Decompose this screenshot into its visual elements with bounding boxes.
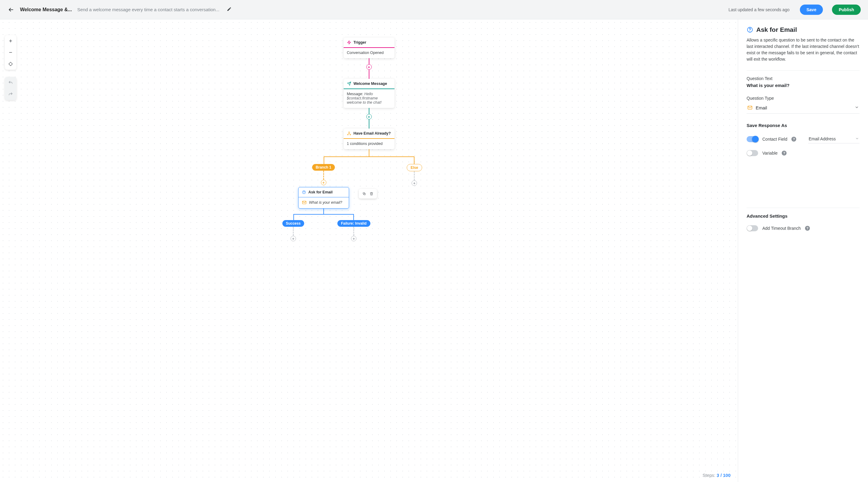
steps-total: / 100 xyxy=(720,473,731,478)
question-type-select[interactable]: Email xyxy=(747,103,860,114)
outcome-pill-failure[interactable]: Failure: Invalid xyxy=(337,220,370,227)
node-branch-title: Have Email Already? xyxy=(353,131,391,136)
minus-icon xyxy=(8,50,13,55)
node-branch[interactable]: Have Email Already? 1 conditions provide… xyxy=(344,129,395,149)
delete-node-button[interactable] xyxy=(368,190,375,197)
svg-point-4 xyxy=(9,62,12,65)
connector xyxy=(293,227,293,236)
node-ask-question: What is your email? xyxy=(309,200,342,205)
steps-prefix: Steps: xyxy=(703,473,715,478)
node-branch-body: 1 conditions provided xyxy=(344,139,395,149)
redo-icon xyxy=(8,92,13,97)
help-icon[interactable]: ? xyxy=(792,137,796,142)
undo-button[interactable] xyxy=(5,77,17,88)
question-text-value[interactable]: What is your email? xyxy=(747,83,860,88)
node-ask-title: Ask for Email xyxy=(309,190,333,194)
panel-description: Allows a specific question to be sent to… xyxy=(747,37,860,62)
connector xyxy=(369,70,369,79)
node-toolbar xyxy=(359,189,377,199)
zoom-controls xyxy=(5,35,17,70)
contact-field-value: Email Address xyxy=(809,136,836,141)
panel-title: Ask for Email xyxy=(756,26,797,33)
steps-count: 3 xyxy=(717,473,719,478)
contact-field-label: Contact Field xyxy=(762,137,787,142)
connector xyxy=(369,119,369,129)
branch-fork xyxy=(323,149,414,164)
history-controls xyxy=(5,77,17,100)
copy-node-button[interactable] xyxy=(361,190,368,197)
chevron-down-icon xyxy=(855,136,859,141)
workflow-canvas[interactable]: Trigger Conversation Opened + Welcome Me… xyxy=(0,20,738,482)
recenter-button[interactable] xyxy=(5,58,17,70)
steps-counter: Steps: 3 / 100 xyxy=(703,473,731,478)
save-button[interactable]: Save xyxy=(800,4,823,15)
node-welcome-body-prefix: Message: xyxy=(347,92,365,96)
question-type-label: Question Type xyxy=(747,96,860,101)
svg-marker-9 xyxy=(347,40,350,44)
plus-icon xyxy=(8,39,13,43)
outcome-fork xyxy=(293,208,354,220)
mail-icon xyxy=(302,200,307,205)
back-button[interactable] xyxy=(7,6,14,13)
question-text-label: Question Text xyxy=(747,76,860,81)
arrow-left-icon xyxy=(8,7,14,13)
variable-label: Variable xyxy=(762,151,777,155)
node-trigger-body: Conversation Opened xyxy=(344,48,395,58)
side-panel: Ask for Email Allows a specific question… xyxy=(738,20,868,482)
contact-field-select[interactable]: Email Address xyxy=(808,135,860,143)
lightning-icon xyxy=(347,40,351,45)
zoom-in-button[interactable] xyxy=(5,35,17,47)
workflow-description: Send a welcome message every time a cont… xyxy=(77,7,219,12)
node-trigger[interactable]: Trigger Conversation Opened xyxy=(344,37,395,58)
question-circle-icon xyxy=(747,26,753,33)
header: Welcome Message &... Send a welcome mess… xyxy=(0,0,868,20)
add-step-button[interactable]: + xyxy=(321,180,327,185)
add-step-button[interactable]: + xyxy=(366,114,372,119)
node-trigger-title: Trigger xyxy=(353,40,366,45)
last-updated-text: Last updated a few seconds ago xyxy=(728,7,789,12)
divider xyxy=(747,208,860,208)
node-welcome-body: Message: Hello $contact.firstname welcom… xyxy=(344,89,395,108)
workflow-flow: Trigger Conversation Opened + Welcome Me… xyxy=(323,37,414,241)
help-icon[interactable]: ? xyxy=(782,151,786,155)
publish-button[interactable]: Publish xyxy=(832,4,861,15)
copy-icon xyxy=(363,192,366,196)
add-step-button[interactable]: + xyxy=(412,180,417,186)
pencil-icon xyxy=(227,7,231,11)
workflow-title: Welcome Message &... xyxy=(20,7,72,12)
zoom-out-button[interactable] xyxy=(5,47,17,58)
node-ask-body: What is your email? xyxy=(299,197,349,208)
add-step-button[interactable]: + xyxy=(366,64,372,70)
node-welcome-title: Welcome Message xyxy=(353,82,387,86)
branch-pill-branch1[interactable]: Branch 1 xyxy=(312,164,335,171)
question-type-value: Email xyxy=(756,105,767,110)
branch-icon xyxy=(347,131,351,136)
send-icon xyxy=(347,82,351,86)
undo-icon xyxy=(8,80,13,85)
add-step-button[interactable]: + xyxy=(351,236,356,241)
redo-button[interactable] xyxy=(5,88,17,100)
timeout-toggle[interactable] xyxy=(747,225,758,231)
add-step-button[interactable]: + xyxy=(290,236,296,241)
chevron-down-icon xyxy=(855,105,859,110)
trash-icon xyxy=(370,192,373,196)
variable-toggle[interactable] xyxy=(747,150,758,156)
node-ask-for-email[interactable]: Ask for Email What is your email? xyxy=(298,187,349,208)
crosshair-icon xyxy=(8,61,13,66)
save-response-section-label: Save Response As xyxy=(747,123,860,128)
connector xyxy=(353,227,354,236)
edit-title-button[interactable] xyxy=(227,7,231,12)
outcome-pill-success[interactable]: Success xyxy=(282,220,304,227)
mail-icon xyxy=(747,105,753,110)
help-icon[interactable]: ? xyxy=(805,226,810,231)
advanced-settings-label: Advanced Settings xyxy=(747,214,860,219)
connector xyxy=(414,171,415,180)
connector xyxy=(369,108,369,114)
svg-point-21 xyxy=(750,31,750,31)
contact-field-toggle[interactable] xyxy=(747,136,758,142)
timeout-label: Add Timeout Branch xyxy=(762,226,801,231)
connector xyxy=(369,58,369,64)
node-welcome-message[interactable]: Welcome Message Message: Hello $contact.… xyxy=(344,79,395,108)
branch-pill-else[interactable]: Else xyxy=(407,164,422,171)
question-circle-icon xyxy=(302,190,306,194)
